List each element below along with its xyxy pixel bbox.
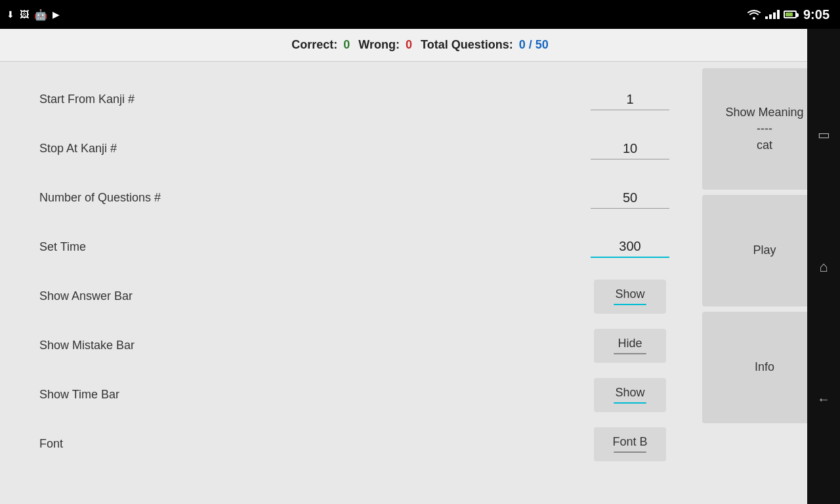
show-time-row: Show Time Bar Show <box>39 370 676 419</box>
set-time-input[interactable] <box>591 236 669 258</box>
back-nav-icon[interactable]: ← <box>817 392 830 407</box>
android-icon: 🤖 <box>34 9 47 21</box>
font-button[interactable]: Font B <box>594 427 666 461</box>
show-time-label: Show Time Bar <box>39 388 584 402</box>
wifi-icon <box>747 9 761 20</box>
font-row: Font Font B <box>39 419 676 469</box>
num-questions-label: Number of Questions # <box>39 191 584 205</box>
notification-icons: ⬇ 🖼 🤖 ▶ <box>0 0 60 29</box>
show-meaning-sub: cat <box>757 137 772 154</box>
num-questions-row: Number of Questions # <box>39 173 676 222</box>
start-kanji-row: Start From Kanji # <box>39 75 676 124</box>
font-label: Font <box>39 437 584 451</box>
system-icons: 9:05 <box>747 7 830 22</box>
show-mistake-row: Show Mistake Bar Hide <box>39 321 676 370</box>
play-label: Play <box>753 242 776 259</box>
set-time-row: Set Time <box>39 222 676 272</box>
stop-kanji-label: Stop At Kanji # <box>39 142 584 156</box>
image-icon: 🖼 <box>20 9 29 20</box>
show-mistake-btn-text: Hide <box>618 337 642 350</box>
start-kanji-input[interactable] <box>591 89 669 110</box>
show-mistake-label: Show Mistake Bar <box>39 339 584 352</box>
download-icon: ⬇ <box>7 9 14 20</box>
menu-nav-icon[interactable]: ▭ <box>818 127 830 142</box>
correct-label: Correct: <box>291 38 337 51</box>
show-mistake-btn-area: Hide <box>584 329 676 363</box>
stop-kanji-input-area <box>584 138 676 159</box>
show-mistake-button[interactable]: Hide <box>594 329 666 363</box>
clock: 9:05 <box>803 7 830 22</box>
show-time-btn-area: Show <box>584 378 676 412</box>
show-answer-underline <box>614 304 646 305</box>
wrong-label: Wrong: <box>358 38 400 51</box>
content-body: Start From Kanji # Stop At Kanji # Numbe… <box>0 62 840 504</box>
show-answer-button[interactable]: Show <box>594 280 666 314</box>
score-bar: Correct: 0 Wrong: 0 Total Questions: 0 /… <box>0 29 840 62</box>
home-nav-icon[interactable]: ⌂ <box>819 259 828 276</box>
start-kanji-input-area <box>584 89 676 110</box>
show-answer-row: Show Answer Bar Show <box>39 272 676 321</box>
start-kanji-label: Start From Kanji # <box>39 93 584 106</box>
font-btn-text: Font B <box>612 435 647 449</box>
show-time-underline <box>614 402 646 404</box>
signal-icon <box>765 10 780 19</box>
set-time-label: Set Time <box>39 240 584 254</box>
wrong-value: 0 <box>406 38 412 51</box>
battery-icon <box>784 10 797 18</box>
stop-kanji-row: Stop At Kanji # <box>39 124 676 173</box>
correct-value: 0 <box>343 38 350 51</box>
form-area: Start From Kanji # Stop At Kanji # Numbe… <box>0 62 696 504</box>
show-answer-btn-text: Show <box>615 287 644 301</box>
status-bar: ⬇ 🖼 🤖 ▶ 9:05 <box>0 0 840 29</box>
set-time-input-area <box>584 236 676 258</box>
play-icon: ▶ <box>52 9 60 20</box>
stop-kanji-input[interactable] <box>591 138 669 159</box>
num-questions-input-area <box>584 188 676 209</box>
show-meaning-label: Show Meaning <box>725 104 803 121</box>
show-answer-label: Show Answer Bar <box>39 289 584 303</box>
nav-bar: ▭ ⌂ ← <box>807 29 840 504</box>
show-time-btn-text: Show <box>615 386 644 400</box>
font-btn-area: Font B <box>584 427 676 461</box>
main-content: Correct: 0 Wrong: 0 Total Questions: 0 /… <box>0 29 840 504</box>
show-meaning-separator: ---- <box>757 121 772 137</box>
show-mistake-underline <box>614 353 646 354</box>
info-label: Info <box>755 359 774 375</box>
show-time-button[interactable]: Show <box>594 378 666 412</box>
total-label: Total Questions: <box>421 38 513 51</box>
num-questions-input[interactable] <box>591 188 669 209</box>
font-underline <box>614 452 646 453</box>
show-answer-btn-area: Show <box>584 280 676 314</box>
total-value: 0 / 50 <box>519 38 549 51</box>
